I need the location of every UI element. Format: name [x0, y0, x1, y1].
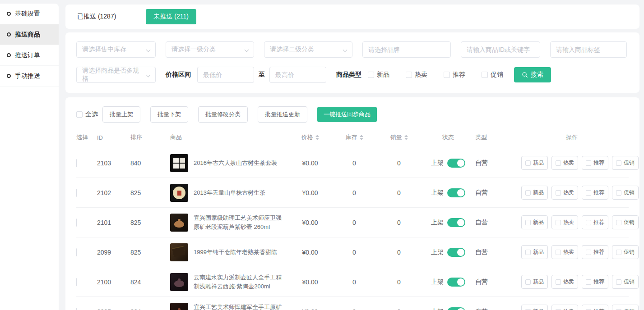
tag-promo-button[interactable]: 促销 [612, 215, 639, 229]
product-id-keyword-input[interactable] [467, 46, 534, 53]
row-checkbox[interactable] [76, 278, 77, 286]
on-shelf-toggle[interactable] [447, 159, 465, 168]
on-shelf-toggle[interactable] [447, 307, 465, 310]
sidebar-item-basic-settings[interactable]: 基础设置 [0, 4, 59, 24]
stock-select[interactable]: 请选择售中库存 [76, 41, 156, 58]
category-level1-select[interactable]: 请选择一级分类 [166, 41, 254, 58]
tab-pushed[interactable]: 已推送 (1287) [77, 13, 116, 21]
tag-new-button[interactable]: 新品 [521, 245, 548, 259]
one-click-sync-button[interactable]: 一键推送同步商品 [317, 107, 377, 122]
checkbox-icon[interactable] [556, 250, 561, 255]
type-checkbox-promo[interactable]: 促销 [482, 71, 503, 79]
tag-new-button[interactable]: 新品 [521, 156, 548, 170]
product-image[interactable] [170, 214, 188, 232]
product-image[interactable] [170, 154, 188, 172]
tag-promo-button[interactable]: 促销 [612, 186, 639, 200]
checkbox-icon[interactable] [586, 220, 591, 225]
checkbox-icon[interactable] [556, 279, 561, 285]
price-sort-icon[interactable] [315, 135, 319, 140]
product-image[interactable] [170, 243, 188, 261]
checkbox-icon[interactable] [525, 160, 531, 166]
sidebar-item-manual-push[interactable]: 手动推送 [0, 66, 59, 87]
checkbox-icon[interactable] [616, 279, 621, 285]
min-price-input[interactable] [203, 71, 248, 78]
tab-unpushed[interactable]: 未推送 (211) [146, 9, 196, 24]
row-checkbox[interactable] [76, 248, 77, 256]
product-name[interactable]: 1999年纯干仓陈年老熟茶香甜陈 [194, 248, 277, 257]
tag-recommend-button[interactable]: 推荐 [582, 305, 608, 310]
sales-sort-icon[interactable] [404, 135, 408, 140]
checkbox-icon[interactable] [556, 160, 561, 166]
on-shelf-toggle[interactable] [447, 248, 465, 257]
product-name[interactable]: 宜兴工艺美术师恽建军全手工原矿底 [194, 303, 287, 310]
checkbox-icon[interactable] [482, 72, 488, 78]
type-checkbox-recommend[interactable]: 推荐 [444, 71, 465, 79]
on-shelf-toggle[interactable] [447, 188, 465, 197]
checkbox-icon[interactable] [76, 111, 83, 118]
sidebar-item-push-products[interactable]: 推送商品 [0, 24, 59, 45]
batch-push-update-button[interactable]: 批量推送更新 [258, 106, 307, 123]
on-shelf-toggle[interactable] [447, 278, 465, 287]
tag-hot-button[interactable]: 热卖 [551, 215, 578, 229]
checkbox-icon[interactable] [616, 220, 621, 225]
product-image[interactable] [170, 273, 188, 291]
checkbox-icon[interactable] [616, 190, 621, 196]
multi-spec-select[interactable]: 请选择商品是否多规格 [76, 67, 156, 83]
product-image[interactable] [170, 184, 188, 202]
select-all-checkbox[interactable]: 全选 [76, 110, 98, 119]
tag-recommend-button[interactable]: 推荐 [582, 275, 608, 289]
checkbox-icon[interactable] [586, 190, 591, 196]
sidebar-item-push-orders[interactable]: 推送订单 [0, 45, 59, 66]
on-shelf-toggle[interactable] [447, 218, 465, 227]
tag-promo-button[interactable]: 促销 [612, 245, 639, 259]
batch-off-shelf-button[interactable]: 批量下架 [150, 106, 188, 123]
type-checkbox-new[interactable]: 新品 [368, 71, 389, 79]
checkbox-icon[interactable] [616, 250, 621, 255]
tag-hot-button[interactable]: 热卖 [551, 156, 578, 170]
max-price-input[interactable] [275, 71, 320, 78]
tag-promo-button[interactable]: 促销 [612, 275, 639, 289]
checkbox-icon[interactable] [525, 220, 531, 225]
type-checkbox-hot[interactable]: 热卖 [406, 71, 427, 79]
tag-new-button[interactable]: 新品 [521, 186, 548, 200]
checkbox-icon[interactable] [525, 190, 531, 196]
checkbox-icon[interactable] [556, 220, 561, 225]
tag-recommend-button[interactable]: 推荐 [582, 215, 608, 229]
batch-edit-category-button[interactable]: 批量修改分类 [198, 106, 248, 123]
tag-recommend-button[interactable]: 推荐 [582, 156, 608, 170]
tag-promo-button[interactable]: 促销 [612, 305, 639, 310]
product-tag-input[interactable] [556, 46, 621, 53]
checkbox-icon[interactable] [368, 72, 374, 78]
tag-hot-button[interactable]: 热卖 [551, 305, 578, 310]
product-image[interactable] [170, 303, 188, 310]
checkbox-icon[interactable] [586, 279, 591, 285]
tag-hot-button[interactable]: 热卖 [551, 186, 578, 200]
tag-promo-button[interactable]: 促销 [612, 156, 639, 170]
tag-recommend-button[interactable]: 推荐 [582, 186, 608, 200]
product-name[interactable]: 2013年无量山单株古树生茶 [194, 188, 265, 197]
stock-sort-icon[interactable] [360, 135, 363, 140]
batch-on-shelf-button[interactable]: 批量上架 [102, 106, 140, 123]
checkbox-icon[interactable] [586, 160, 591, 166]
product-name[interactable]: 云南建水实力派制壶匠人全手工精制浅雕祥云西施·紫陶壶200ml [194, 273, 287, 291]
row-checkbox[interactable] [76, 159, 77, 167]
tag-new-button[interactable]: 新品 [521, 305, 548, 310]
checkbox-icon[interactable] [406, 72, 412, 78]
row-checkbox[interactable] [76, 189, 77, 197]
checkbox-icon[interactable] [525, 279, 531, 285]
product-name[interactable]: 2016年古六大茶山古树生茶套装 [194, 159, 277, 168]
checkbox-icon[interactable] [525, 250, 531, 255]
tag-hot-button[interactable]: 热卖 [551, 275, 578, 289]
tag-new-button[interactable]: 新品 [521, 215, 548, 229]
checkbox-icon[interactable] [444, 72, 450, 78]
tag-new-button[interactable]: 新品 [521, 275, 548, 289]
row-checkbox[interactable] [76, 219, 77, 227]
search-button[interactable]: 搜索 [514, 67, 551, 82]
category-level2-select[interactable]: 请选择二级分类 [264, 41, 352, 58]
checkbox-icon[interactable] [556, 190, 561, 196]
row-checkbox[interactable] [76, 308, 77, 310]
tag-hot-button[interactable]: 热卖 [551, 245, 578, 259]
tag-recommend-button[interactable]: 推荐 [582, 245, 608, 259]
checkbox-icon[interactable] [616, 160, 621, 166]
brand-input[interactable] [368, 46, 445, 53]
